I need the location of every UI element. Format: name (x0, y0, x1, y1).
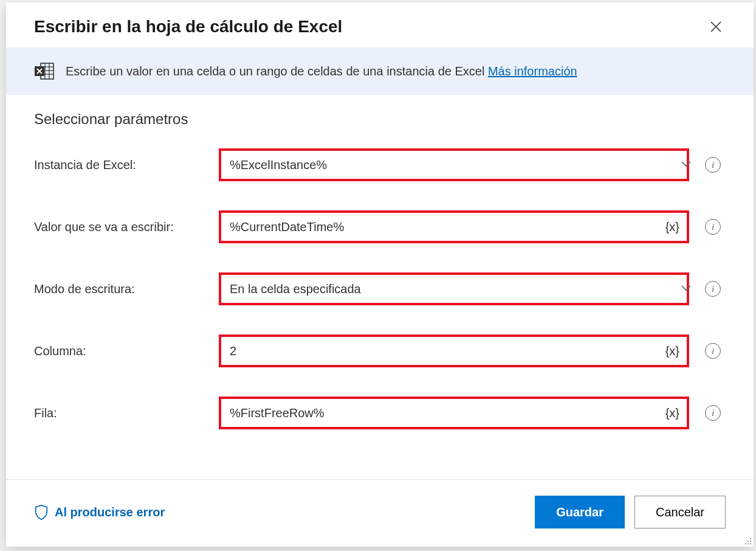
more-info-link[interactable]: Más información (488, 64, 577, 78)
chevron-down-icon[interactable] (672, 281, 687, 297)
field-write-mode[interactable] (219, 272, 689, 305)
dialog-write-excel: Escribir en la hoja de cálculo de Excel … (6, 2, 754, 547)
dialog-title: Escribir en la hoja de cálculo de Excel (34, 17, 706, 36)
on-error-label: Al producirse error (55, 505, 165, 519)
row-excel-instance: Instancia de Excel: i (34, 148, 726, 181)
row-value-to-write: Valor que se va a escribir: {x} i (34, 210, 726, 243)
info-icon[interactable]: i (705, 281, 721, 297)
field-row[interactable]: {x} (219, 397, 689, 429)
excel-icon (34, 62, 55, 80)
chevron-down-icon[interactable] (672, 157, 687, 173)
dialog-header: Escribir en la hoja de cálculo de Excel (6, 2, 754, 47)
label-column: Columna: (34, 344, 208, 358)
resize-grip[interactable] (742, 535, 752, 545)
info-icon[interactable]: i (705, 405, 721, 421)
field-column[interactable]: {x} (219, 334, 689, 367)
row-write-mode: Modo de escritura: i (34, 272, 726, 305)
input-excel-instance[interactable] (221, 151, 672, 179)
shield-icon (34, 504, 49, 520)
input-column[interactable] (221, 337, 658, 365)
field-excel-instance[interactable] (219, 148, 689, 181)
section-title: Seleccionar parámetros (34, 111, 726, 128)
info-banner-text: Escribe un valor en una celda o un rango… (66, 64, 577, 78)
dialog-footer: Al producirse error Guardar Cancelar (6, 479, 754, 547)
label-value-to-write: Valor que se va a escribir: (34, 220, 208, 234)
row-row: Fila: {x} i (34, 397, 726, 429)
row-column: Columna: {x} i (34, 334, 726, 367)
input-row[interactable] (221, 399, 658, 427)
cancel-button[interactable]: Cancelar (634, 496, 726, 528)
dialog-body: Seleccionar parámetros Instancia de Exce… (6, 95, 754, 479)
info-icon[interactable]: i (705, 219, 721, 235)
close-button[interactable] (706, 17, 726, 36)
background-strip (0, 0, 6, 551)
variable-picker-button[interactable]: {x} (658, 344, 687, 358)
select-write-mode[interactable] (221, 275, 672, 303)
info-banner: Escribe un valor en una celda o un rango… (6, 47, 754, 95)
info-text-content: Escribe un valor en una celda o un rango… (66, 64, 488, 78)
save-button[interactable]: Guardar (535, 496, 625, 528)
label-write-mode: Modo de escritura: (34, 282, 208, 296)
label-row: Fila: (34, 406, 208, 420)
close-icon (710, 21, 722, 33)
variable-picker-button[interactable]: {x} (658, 406, 687, 420)
label-excel-instance: Instancia de Excel: (34, 158, 208, 172)
info-icon[interactable]: i (705, 343, 721, 359)
field-value-to-write[interactable]: {x} (219, 210, 689, 243)
on-error-link[interactable]: Al producirse error (34, 504, 165, 520)
info-icon[interactable]: i (705, 157, 721, 173)
input-value-to-write[interactable] (221, 213, 658, 241)
variable-picker-button[interactable]: {x} (658, 220, 687, 234)
